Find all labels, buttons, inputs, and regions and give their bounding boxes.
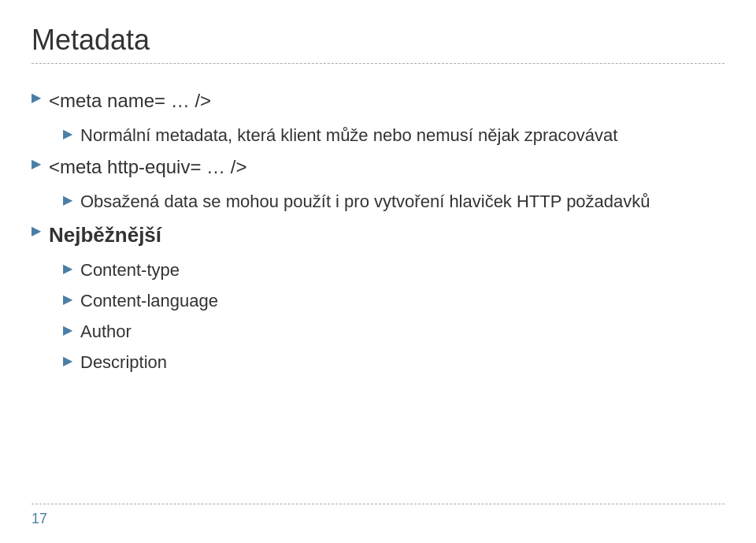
bullet-item-1a: ▶ Normální metadata, která klient může n…	[32, 124, 724, 148]
bullet-item-2a: ▶ Obsažená data se mohou použít i pro vy…	[32, 190, 724, 214]
bullet-text-2: <meta http-equiv= … />	[49, 154, 246, 180]
bullet-arrow-1: ▶	[32, 90, 41, 105]
bullet-text-3c: Author	[80, 320, 132, 344]
slide-footer: 17	[32, 504, 724, 527]
page-number: 17	[32, 511, 47, 527]
bullet-text-1a: Normální metadata, která klient může neb…	[80, 124, 617, 148]
bullet-text-3d: Description	[80, 351, 167, 375]
bullet-text-3a: Content-type	[80, 258, 180, 283]
bullet-arrow-3c: ▶	[63, 322, 72, 337]
bullet-item-2: ▶ <meta http-equiv= … />	[32, 154, 724, 180]
bullet-arrow-1a: ▶	[63, 126, 72, 141]
bullet-text-2a: Obsažená data se mohou použít i pro vytv…	[80, 190, 650, 214]
bullet-item-1: ▶ <meta name= … />	[32, 87, 724, 114]
slide-title: Metadata	[32, 24, 724, 64]
bullet-arrow-3b: ▶	[63, 292, 72, 307]
bullet-arrow-3: ▶	[32, 223, 41, 238]
bullet-item-3b: ▶ Content-language	[32, 289, 724, 314]
bullet-item-3d: ▶ Description	[32, 351, 724, 375]
bullet-arrow-3d: ▶	[63, 353, 72, 368]
bullet-item-3: ▶ Nejběžnější	[32, 221, 724, 249]
bullet-arrow-2: ▶	[32, 156, 41, 171]
bullet-item-3a: ▶ Content-type	[32, 258, 724, 283]
content-area: ▶ <meta name= … /> ▶ Normální metadata, …	[32, 72, 724, 504]
bullet-arrow-2a: ▶	[63, 192, 72, 207]
bullet-text-3b: Content-language	[80, 289, 218, 314]
bullet-arrow-3a: ▶	[63, 261, 72, 276]
bullet-text-1: <meta name= … />	[49, 87, 211, 114]
bullet-item-3c: ▶ Author	[32, 320, 724, 344]
bullet-text-3: Nejběžnější	[49, 221, 161, 249]
slide-container: Metadata ▶ <meta name= … /> ▶ Normální m…	[0, 0, 756, 543]
